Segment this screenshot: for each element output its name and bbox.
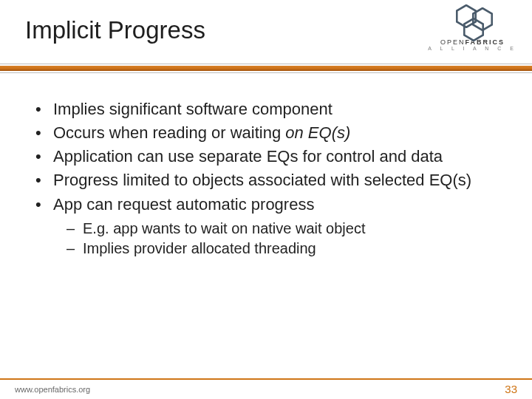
- bullet-text: E.g. app wants to wait on native wait ob…: [83, 220, 365, 236]
- footer: www.openfabrics.org 33: [0, 378, 532, 399]
- hex-cluster-icon: [446, 4, 500, 40]
- list-item: E.g. app wants to wait on native wait ob…: [66, 219, 499, 239]
- list-item: App can request automatic progress E.g. …: [34, 194, 499, 259]
- slide: Implicit Progress OPENFABRICS A L L I A …: [0, 0, 532, 399]
- brand-logo: OPENFABRICS A L L I A N C E: [428, 4, 517, 51]
- list-item: Progress limited to objects associated w…: [34, 170, 499, 191]
- bullet-text: Progress limited to objects associated w…: [53, 171, 471, 189]
- header-divider: [0, 64, 532, 74]
- svg-marker-2: [464, 18, 483, 41]
- list-item: Application can use separate EQs for con…: [34, 146, 499, 167]
- bullet-text-em: on EQ(s): [285, 123, 350, 142]
- footer-bar: www.openfabrics.org 33: [0, 380, 532, 395]
- list-item: Occurs when reading or waiting on EQ(s): [34, 123, 499, 143]
- bullet-text: Implies provider allocated threading: [83, 240, 316, 256]
- bullet-text: Implies significant software component: [53, 100, 332, 118]
- footer-url: www.openfabrics.org: [15, 385, 90, 394]
- bullet-text: Occurs when reading or waiting: [53, 123, 285, 142]
- body: Implies significant software component O…: [0, 74, 532, 259]
- page-number: 33: [505, 383, 517, 395]
- header: Implicit Progress OPENFABRICS A L L I A …: [0, 0, 532, 44]
- sub-bullet-list: E.g. app wants to wait on native wait ob…: [66, 219, 499, 259]
- list-item: Implies significant software component: [34, 99, 499, 120]
- bullet-text: Application can use separate EQs for con…: [53, 147, 443, 166]
- brand-subtext: A L L I A N C E: [428, 46, 517, 51]
- list-item: Implies provider allocated threading: [66, 239, 499, 259]
- bullet-list: Implies significant software component O…: [34, 99, 499, 259]
- bullet-text: App can request automatic progress: [53, 195, 314, 214]
- hexagon-icon: [463, 18, 484, 41]
